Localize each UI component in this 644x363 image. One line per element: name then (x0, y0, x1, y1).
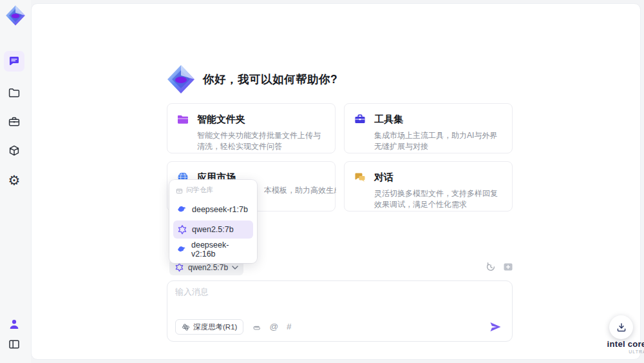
send-button[interactable] (488, 319, 503, 335)
history-icon (486, 262, 496, 272)
card-title: 智能文件夹 (197, 113, 245, 126)
model-option-label: qwen2.5:7b (192, 225, 234, 234)
toolset-icon (354, 113, 366, 126)
gear-icon: ⚙ (8, 174, 21, 188)
greeting-row: 你好，我可以如何帮助你? (166, 63, 337, 95)
deepseek-icon (177, 244, 187, 255)
download-icon (616, 322, 627, 333)
paperclip-icon[interactable] (252, 322, 261, 331)
chat-bubble-icon (8, 55, 21, 68)
card-desc: 灵活切换多模型文件，支持多样回复效果调试，满足个性化需求 (374, 188, 503, 210)
model-option-label: deepseek-r1:7b (192, 205, 248, 214)
app-logo-icon (5, 4, 26, 27)
sidebar-item-apps[interactable] (4, 141, 24, 161)
card-dialogue[interactable]: 对话 灵活切换多模型文件，支持多样回复效果调试，满足个性化需求 (344, 161, 513, 211)
cube-icon (8, 144, 21, 157)
mention-icon[interactable]: @ (269, 322, 278, 331)
model-dropdown-header: 问学仓库 (173, 184, 253, 199)
hash-icon[interactable]: # (287, 322, 292, 331)
card-title: 对话 (374, 172, 393, 184)
sidebar-item-collapse[interactable] (4, 334, 24, 355)
download-button[interactable] (609, 315, 633, 339)
model-option-deepseek-v2[interactable]: deepseek-v2:16b (173, 240, 253, 259)
message-input[interactable] (175, 286, 497, 316)
sidebar-item-toolbox[interactable] (4, 112, 24, 132)
sidebar-item-settings[interactable]: ⚙ (4, 170, 24, 191)
model-option-deepseek-r1[interactable]: deepseek-r1:7b (173, 201, 253, 219)
card-desc: 智能文件夹功能支持批量文件上传与清洗，轻松实现文件问答 (197, 130, 326, 152)
repository-icon (176, 187, 183, 194)
intel-core-label: intel core (594, 339, 644, 349)
sidebar: ⚙ (0, 0, 31, 363)
chevron-down-icon (232, 266, 238, 270)
atom-icon (182, 323, 190, 331)
greeting-title: 你好，我可以如何帮助你? (203, 72, 337, 87)
card-desc-partial: 本模板，助力高效生成多 (264, 185, 336, 196)
message-composer: 深度思考(R1) @ # (167, 280, 513, 342)
smart-folder-icon (176, 113, 189, 126)
card-smart-folder[interactable]: 智能文件夹 智能文件夹功能支持批量文件上传与清洗，轻松实现文件问答 (167, 103, 336, 153)
model-dropdown-header-label: 问学仓库 (186, 186, 213, 195)
greeting-logo-icon (166, 64, 196, 95)
card-desc: 集成市场上主流工具，助力AI与外界无缝扩展与对接 (374, 130, 503, 152)
deepseek-icon (177, 204, 187, 215)
sidebar-item-chat[interactable] (4, 51, 24, 72)
composer-toolbar: 深度思考(R1) @ # (175, 319, 292, 335)
user-icon (8, 318, 21, 331)
history-button[interactable] (484, 260, 497, 273)
briefcase-icon (8, 115, 21, 128)
model-option-qwen[interactable]: qwen2.5:7b (173, 221, 253, 239)
sidebar-item-account[interactable] (4, 314, 24, 335)
deep-think-label: 深度思考(R1) (193, 322, 237, 332)
card-toolset[interactable]: 工具集 集成市场上主流工具，助力AI与外界无缝扩展与对接 (344, 103, 513, 153)
model-option-label: deepseek-v2:16b (191, 240, 249, 259)
intel-ultra-label: ultra (616, 349, 644, 354)
model-selector-label: qwen2.5:7b (188, 263, 228, 272)
sidebar-item-folders[interactable] (4, 83, 24, 103)
qwen-icon (177, 224, 187, 235)
qwen-icon (175, 262, 184, 272)
model-dropdown: 问学仓库 deepseek-r1:7b qwen2.5:7b deepseek-… (169, 180, 257, 263)
folder-icon (8, 86, 21, 99)
card-title: 工具集 (374, 113, 403, 126)
send-icon (489, 320, 502, 333)
dialogue-icon (354, 171, 366, 184)
new-window-button[interactable] (502, 260, 514, 273)
new-window-icon (503, 262, 513, 272)
intel-core-badge: intel core ultra (594, 339, 644, 354)
deep-think-button[interactable]: 深度思考(R1) (175, 319, 243, 335)
main-panel: 你好，我可以如何帮助你? 智能文件夹 智能文件夹功能支持批量文件上传与清洗，轻松… (31, 3, 641, 360)
panel-toggle-icon (8, 338, 21, 351)
conversation-actions (484, 260, 514, 273)
